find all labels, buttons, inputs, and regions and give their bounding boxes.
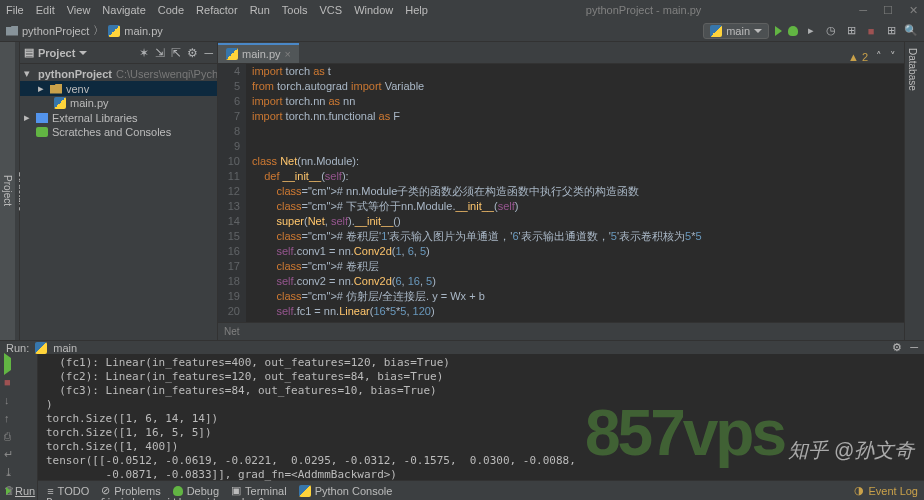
hide-icon[interactable]: ─ — [910, 341, 918, 354]
select-opened-icon[interactable]: ✶ — [139, 46, 149, 60]
chevron-down-icon[interactable] — [79, 51, 87, 55]
debug-icon[interactable] — [788, 26, 798, 36]
project-view-icon: ▤ — [24, 46, 34, 59]
inspection-warning-icon[interactable]: ▲ 2 — [848, 51, 868, 63]
bottom-tool-todo[interactable]: ≡TODO — [47, 485, 89, 497]
menu-vcs[interactable]: VCS — [320, 4, 343, 16]
tree-file-main[interactable]: main.py — [20, 96, 217, 110]
minimize-icon[interactable]: ─ — [859, 4, 867, 17]
menu-help[interactable]: Help — [405, 4, 428, 16]
collapse-all-icon[interactable]: ⇱ — [171, 46, 181, 60]
down-icon[interactable]: ↓ — [4, 394, 18, 406]
menu-view[interactable]: View — [67, 4, 91, 16]
hide-icon[interactable]: ─ — [204, 46, 213, 60]
gear-icon[interactable]: ⚙ — [187, 46, 198, 60]
run-icon — [6, 487, 11, 495]
scroll-up-icon[interactable]: ˄ — [876, 50, 882, 63]
scroll-to-end-icon[interactable]: ⤓ — [4, 466, 18, 478]
code-breadcrumb[interactable]: Net — [218, 322, 904, 340]
wrap-icon[interactable]: ↵ — [4, 448, 18, 460]
todo-icon: ≡ — [47, 485, 53, 497]
up-icon[interactable]: ↑ — [4, 412, 18, 424]
run-panel-label: Run: — [6, 342, 29, 354]
bottom-tool-problems[interactable]: ⊘Problems — [101, 484, 160, 497]
python-file-icon — [108, 25, 120, 37]
right-tool-sciview[interactable]: SciView — [920, 42, 924, 340]
update-icon[interactable]: ⊞ — [884, 24, 898, 38]
menu-edit[interactable]: Edit — [36, 4, 55, 16]
venv-folder-icon — [50, 84, 62, 94]
run-panel-config[interactable]: main — [53, 342, 77, 354]
bottom-tool-terminal[interactable]: ▣Terminal — [231, 484, 287, 497]
window-title: pythonProject - main.py — [428, 4, 859, 16]
tree-scratches[interactable]: Scratches and Consoles — [20, 125, 217, 139]
menu-run[interactable]: Run — [250, 4, 270, 16]
run-icon[interactable] — [775, 26, 782, 36]
debug-icon — [173, 486, 183, 496]
bottom-tool-run[interactable]: Run — [6, 485, 35, 497]
maximize-icon[interactable]: ☐ — [883, 4, 893, 17]
line-number-gutter[interactable]: 4567891011121314151617181920212223242526… — [218, 64, 246, 322]
chevron-down-icon — [754, 29, 762, 33]
bottom-tool-event-log[interactable]: ◑Event Log — [854, 484, 918, 497]
close-tab-icon[interactable]: × — [285, 48, 291, 60]
stop-icon[interactable]: ■ — [864, 24, 878, 38]
run-config-selector[interactable]: main — [703, 23, 769, 39]
tree-root[interactable]: ▾ pythonProject C:\Users\wenqi\PycharmPr… — [20, 66, 217, 81]
python-icon — [35, 342, 47, 354]
terminal-icon: ▣ — [231, 484, 241, 497]
expand-all-icon[interactable]: ⇲ — [155, 46, 165, 60]
rerun-icon[interactable] — [4, 353, 11, 375]
search-icon[interactable]: 🔍 — [904, 24, 918, 38]
left-tool-project[interactable]: Project — [0, 42, 15, 340]
event-log-icon: ◑ — [854, 484, 864, 497]
menu-navigate[interactable]: Navigate — [102, 4, 145, 16]
menu-window[interactable]: Window — [354, 4, 393, 16]
concurrency-icon[interactable]: ⊞ — [844, 24, 858, 38]
problems-icon: ⊘ — [101, 484, 110, 497]
python-icon — [710, 25, 722, 37]
menu-refactor[interactable]: Refactor — [196, 4, 238, 16]
project-panel: ▤ Project ✶ ⇲ ⇱ ⚙ ─ ▾ pythonProject C:\U… — [20, 42, 218, 340]
gear-icon[interactable]: ⚙ — [892, 341, 902, 354]
python-icon — [299, 485, 311, 497]
scratch-icon — [36, 127, 48, 137]
menu-tools[interactable]: Tools — [282, 4, 308, 16]
python-file-icon — [226, 48, 238, 60]
code-editor[interactable]: import torch as t from torch.autograd im… — [246, 64, 904, 322]
breadcrumb-project[interactable]: pythonProject — [22, 25, 89, 37]
profile-icon[interactable]: ◷ — [824, 24, 838, 38]
close-icon[interactable]: ✕ — [909, 4, 918, 17]
breadcrumb-file[interactable]: main.py — [124, 25, 163, 37]
console-output[interactable]: (fc1): Linear(in_features=400, out_featu… — [38, 354, 924, 500]
right-tool-database[interactable]: Database — [905, 42, 920, 340]
print-icon[interactable]: ⎙ — [4, 430, 18, 442]
editor-tab-main[interactable]: main.py × — [218, 43, 299, 63]
run-coverage-icon[interactable]: ▸ — [804, 24, 818, 38]
folder-icon — [6, 26, 18, 36]
project-panel-title[interactable]: Project — [38, 47, 75, 59]
tree-venv[interactable]: ▸ venv — [20, 81, 217, 96]
python-file-icon — [54, 97, 66, 109]
bottom-tool-python-console[interactable]: Python Console — [299, 485, 393, 497]
stop-icon[interactable]: ■ — [4, 376, 18, 388]
tree-external-libs[interactable]: ▸ External Libraries — [20, 110, 217, 125]
menu-code[interactable]: Code — [158, 4, 184, 16]
scroll-down-icon[interactable]: ˅ — [890, 50, 896, 63]
menu-file[interactable]: File — [6, 4, 24, 16]
bottom-tool-debug[interactable]: Debug — [173, 485, 219, 497]
library-icon — [36, 113, 48, 123]
